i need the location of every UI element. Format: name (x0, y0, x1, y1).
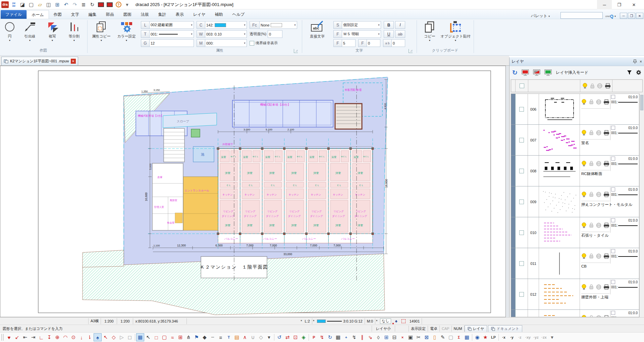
printer-icon[interactable] (603, 223, 609, 228)
leader-line-tool-button[interactable]: 引出線▼ (19, 20, 41, 42)
attribute-dialog-launcher-icon[interactable] (294, 49, 298, 53)
display-mode-icon[interactable]: ◪ (19, 1, 26, 8)
globe-icon[interactable] (596, 253, 601, 259)
printer-icon[interactable] (605, 83, 611, 89)
document-tab[interactable]: K2マンション1F平面図~001 .mpuw ✕ (1, 57, 78, 65)
globe-icon[interactable] (596, 161, 601, 166)
settings-list-icon[interactable]: ≣ (80, 1, 87, 8)
parallel-lines[interactable]: ∥ (358, 333, 366, 341)
snap-arc[interactable]: ◠ (61, 333, 69, 341)
circle-tool-button[interactable]: 円▼ (2, 20, 17, 42)
menu-tab-ヘルプ[interactable]: ヘルプ (228, 10, 250, 19)
quick-draw[interactable]: ↯ (318, 333, 326, 341)
grid-group[interactable]: ⊞ (382, 333, 390, 341)
pen-checkbox[interactable] (611, 218, 615, 222)
layer-row-selector[interactable] (511, 279, 516, 309)
close-button[interactable]: ✕ (627, 0, 641, 9)
layer-row-selector[interactable] (511, 94, 516, 124)
visibility-bulb-icon[interactable] (581, 99, 587, 105)
snap-center[interactable]: ⊙ (69, 333, 77, 341)
menu-tab-補助[interactable]: 補助 (210, 10, 228, 19)
snap-3d-face[interactable]: ▷ (118, 333, 126, 341)
help-icon[interactable]: ? (115, 1, 122, 8)
layer-thumbnail[interactable] (539, 186, 580, 217)
print-region[interactable]: ▣ (407, 333, 415, 341)
redo-icon[interactable]: ↷ (71, 1, 78, 8)
tab-layer-panel[interactable]: レイヤ (465, 325, 487, 332)
bold-button[interactable]: B (384, 21, 394, 29)
menu-tab-表示[interactable]: 表示 (171, 10, 189, 19)
snap-endpoint[interactable]: ↙ (13, 333, 21, 341)
globe-icon[interactable] (596, 99, 601, 105)
coord-dropdown[interactable]: ▾ (548, 333, 556, 341)
doc-minimize-button[interactable]: ─ (620, 13, 627, 19)
mark-undo[interactable]: ↺ (275, 333, 283, 341)
layer-row-selector[interactable] (511, 248, 516, 279)
layer-pen-info[interactable]: 01:0.0001: (610, 310, 638, 317)
duplicate-tool-button[interactable]: 複写▼ (43, 20, 62, 42)
layer-display-red-icon[interactable] (522, 69, 529, 76)
layer-select-checkbox[interactable] (519, 138, 524, 142)
layer-select-checkbox[interactable] (519, 292, 524, 297)
pen-checkbox[interactable] (611, 249, 615, 253)
coord-yz[interactable]: ·yz (532, 333, 540, 341)
paper-size[interactable]: A3横 (89, 318, 101, 324)
layer-row[interactable]: 00901:0.0001:押えコンクリート・モルタル (511, 186, 639, 217)
layer-row-selector[interactable] (511, 125, 516, 155)
doc-close-button[interactable]: ✕ (636, 13, 643, 19)
layer-thumbnail[interactable] (539, 156, 580, 186)
direct-text-tool-button[interactable]: abc 直接文字 (305, 20, 330, 39)
lp-meter[interactable]: LP (489, 333, 497, 341)
linetype-field-combo[interactable]: 001:▼ (150, 30, 194, 38)
pen-checkbox[interactable] (611, 95, 615, 99)
snap-rotate[interactable]: ◇ (110, 333, 118, 341)
mark-paste[interactable]: ⊡ (291, 333, 300, 341)
undo-icon[interactable]: ↶ (62, 1, 70, 8)
visibility-bulb-icon[interactable] (581, 253, 587, 259)
snap-corner[interactable]: ∟ (37, 333, 45, 341)
coord-y[interactable]: ·y (508, 333, 516, 341)
delete[interactable]: × (398, 333, 407, 341)
layer-row[interactable]: 01101:0.0001:CB (511, 248, 639, 279)
text-dialog-launcher-icon[interactable] (409, 49, 413, 53)
menu-tab-法規[interactable]: 法規 (136, 10, 154, 19)
trim[interactable]: ✂ (415, 333, 423, 341)
spade-status-icon[interactable]: ♠ (393, 318, 399, 324)
snap-3d-box[interactable]: ◻ (126, 333, 134, 341)
char-spacing-input[interactable]: 0 (392, 39, 405, 47)
select-table[interactable]: ▦ (136, 333, 144, 341)
coord-x[interactable]: ·x (500, 333, 508, 341)
current-pen[interactable]: 3:0.10 G:12 (315, 318, 365, 324)
view-scale[interactable]: 1:200 (117, 318, 133, 324)
layer-pen-info[interactable]: 01:0.0001: (610, 156, 638, 171)
select-or[interactable]: ∪ (249, 333, 257, 341)
snap-reference[interactable]: ↖ (102, 333, 110, 341)
copy-tool-button[interactable]: コピー▼ (420, 20, 439, 42)
calc-table[interactable]: ▦ (334, 333, 342, 341)
select-and[interactable]: ∧ (241, 333, 249, 341)
font-combo[interactable]: ＭＳ 明朝▼ (342, 30, 381, 38)
group-field-input[interactable]: 12 (150, 39, 194, 47)
select-group[interactable]: ⋔ (184, 333, 193, 341)
menu-tab-編集[interactable]: 編集 (84, 10, 101, 19)
visibility-bulb-icon[interactable] (581, 222, 587, 228)
blank-sheet[interactable]: ▢ (447, 333, 455, 341)
layer-pen-info[interactable]: 01:0.0001: (610, 125, 638, 140)
printer-icon[interactable] (603, 161, 609, 166)
select-options-dropdown[interactable]: ▾ (265, 333, 273, 341)
layer-select-checkbox[interactable] (519, 261, 524, 266)
strike-button[interactable]: ab (395, 30, 405, 38)
layer-select-checkbox[interactable] (519, 107, 524, 112)
visibility-bulb-icon[interactable] (581, 191, 587, 197)
dialog-settings[interactable]: ⊠ (423, 333, 431, 341)
printer-icon[interactable] (603, 192, 609, 197)
drawing-scale[interactable]: 1:200 (101, 318, 117, 324)
layer-display-split-icon[interactable] (533, 69, 540, 76)
menu-tab-集計[interactable]: 集計 (154, 10, 171, 19)
command-search-icon[interactable]: cmdQ▾ (605, 14, 616, 19)
layer-select-checkbox[interactable] (519, 199, 524, 204)
color-settings-tool-button[interactable]: カラー設定▼ (115, 20, 138, 42)
snap-on-line[interactable]: ↧ (45, 333, 53, 341)
italic-button[interactable]: I (395, 21, 405, 29)
layer-field-combo[interactable]: 002:建蔽範囲▼ (150, 21, 194, 29)
